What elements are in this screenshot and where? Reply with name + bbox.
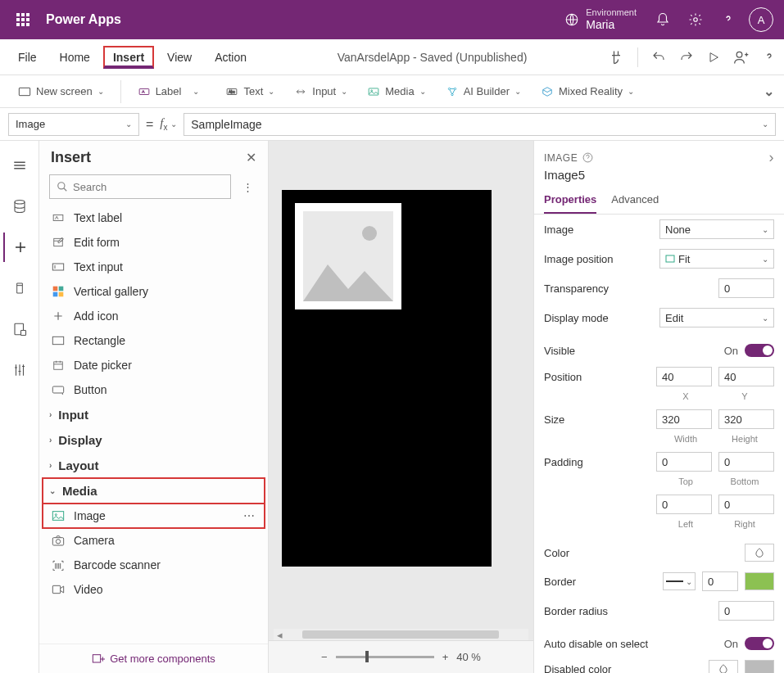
- equals-sign: =: [146, 117, 153, 132]
- prop-height-input[interactable]: 320: [718, 409, 774, 429]
- prop-border-color[interactable]: [745, 572, 774, 590]
- redo-icon[interactable]: [679, 50, 694, 65]
- svg-rect-22: [59, 292, 64, 297]
- zoom-slider[interactable]: [336, 656, 434, 658]
- settings-icon[interactable]: [679, 0, 712, 39]
- insert-more-icon[interactable]: ⋮: [238, 181, 258, 193]
- prop-borderradius-input[interactable]: 0: [718, 601, 774, 621]
- rail-tree-view-icon[interactable]: [3, 151, 36, 180]
- prop-color-picker[interactable]: [745, 544, 774, 562]
- prop-pad-left-input[interactable]: 0: [656, 495, 712, 514]
- prop-visible-toggle[interactable]: [745, 344, 774, 357]
- insert-group-media[interactable]: ⌄Media: [43, 478, 265, 504]
- prop-image-input[interactable]: None⌄: [659, 219, 774, 239]
- rail-data-icon[interactable]: [3, 192, 36, 221]
- image-control[interactable]: [295, 203, 401, 309]
- app-launcher-icon[interactable]: [7, 0, 39, 39]
- insert-add-icon[interactable]: Add icon: [43, 304, 265, 328]
- prop-pad-bottom-input[interactable]: 0: [718, 452, 774, 472]
- rail-media-icon[interactable]: [3, 273, 36, 303]
- prop-autodisable-label: Auto disable on select: [544, 638, 724, 650]
- menu-file[interactable]: File: [8, 46, 47, 69]
- insert-image[interactable]: Image⋯: [43, 504, 265, 528]
- insert-text-input[interactable]: Text input: [43, 255, 265, 279]
- menu-action[interactable]: Action: [205, 46, 256, 69]
- environment-picker[interactable]: Environment Maria: [564, 7, 637, 32]
- insert-date-picker[interactable]: Date picker: [43, 353, 265, 377]
- text-button[interactable]: Abc Text⌄: [217, 82, 283, 101]
- insert-search-input[interactable]: Search: [49, 174, 231, 199]
- properties-panel: IMAGE › Image5 Properties Advanced Image…: [533, 141, 784, 673]
- insert-camera[interactable]: Camera: [43, 528, 265, 553]
- new-screen-button[interactable]: New screen⌄: [10, 82, 112, 101]
- prop-displaymode-input[interactable]: Edit⌄: [659, 308, 774, 327]
- insert-text-label[interactable]: Text label: [43, 206, 265, 230]
- prop-disabledcolor-swatch[interactable]: [745, 660, 774, 673]
- info-icon[interactable]: [582, 152, 593, 163]
- rail-tools-icon[interactable]: [3, 355, 36, 385]
- undo-icon[interactable]: [651, 50, 666, 65]
- svg-point-12: [15, 201, 25, 205]
- help-menu-icon[interactable]: [763, 51, 776, 64]
- insert-edit-form[interactable]: Edit form: [43, 230, 265, 255]
- insert-group-layout[interactable]: ›Layout: [43, 453, 265, 478]
- prop-transparency-input[interactable]: 0: [718, 278, 774, 298]
- menu-home[interactable]: Home: [50, 46, 100, 69]
- share-icon[interactable]: [733, 49, 750, 65]
- input-button[interactable]: Input⌄: [286, 82, 356, 101]
- svg-text:Abc: Abc: [229, 90, 236, 94]
- control-name[interactable]: Image5: [534, 168, 784, 188]
- menu-bar: File Home Insert View Action VanArsdelAp…: [0, 39, 784, 75]
- insert-barcode[interactable]: Barcode scanner: [43, 553, 265, 577]
- ai-builder-button[interactable]: AI Builder⌄: [437, 82, 529, 101]
- prop-width-input[interactable]: 320: [656, 409, 712, 429]
- menu-insert[interactable]: Insert: [103, 46, 154, 69]
- tab-properties[interactable]: Properties: [544, 188, 596, 214]
- label-button[interactable]: Label: [129, 82, 190, 101]
- horizontal-scrollbar[interactable]: ◂: [274, 629, 528, 640]
- prop-border-width[interactable]: 0: [702, 571, 738, 591]
- svg-rect-33: [666, 255, 674, 262]
- insert-group-input[interactable]: ›Input: [43, 402, 265, 427]
- prop-pos-y-input[interactable]: 40: [718, 367, 774, 386]
- svg-rect-30: [52, 585, 60, 593]
- zoom-out-icon[interactable]: −: [321, 651, 328, 663]
- svg-rect-23: [52, 336, 63, 344]
- label-dropdown[interactable]: ⌄: [193, 87, 199, 96]
- canvas[interactable]: [269, 141, 533, 640]
- notifications-icon[interactable]: [646, 0, 679, 39]
- expand-icon[interactable]: ›: [769, 149, 775, 166]
- menu-view[interactable]: View: [157, 46, 202, 69]
- prop-transparency-label: Transparency: [544, 282, 712, 295]
- insert-vertical-gallery[interactable]: Vertical gallery: [43, 279, 265, 304]
- close-pane-icon[interactable]: ✕: [246, 150, 256, 165]
- prop-imgpos-input[interactable]: Fit⌄: [659, 249, 774, 269]
- ribbon-overflow[interactable]: ⌄: [764, 84, 774, 99]
- help-icon[interactable]: [712, 0, 745, 39]
- prop-autodisable-toggle[interactable]: [745, 637, 774, 650]
- property-selector[interactable]: Image⌄: [8, 113, 139, 136]
- rail-advanced-icon[interactable]: [3, 314, 36, 344]
- insert-button[interactable]: Button: [43, 377, 265, 402]
- app-screen[interactable]: [282, 190, 492, 567]
- mixed-reality-button[interactable]: Mixed Reality⌄: [532, 82, 642, 101]
- prop-pad-top-input[interactable]: 0: [656, 452, 712, 472]
- fx-icon[interactable]: fx ⌄: [160, 116, 177, 132]
- app-checker-icon[interactable]: [608, 49, 624, 65]
- insert-rectangle[interactable]: Rectangle: [43, 328, 265, 353]
- media-button[interactable]: Media⌄: [359, 82, 433, 101]
- play-icon[interactable]: [707, 51, 720, 64]
- formula-input[interactable]: SampleImage⌄: [184, 113, 776, 136]
- insert-video[interactable]: Video: [43, 577, 265, 602]
- account-avatar[interactable]: A: [745, 0, 777, 39]
- prop-pad-right-input[interactable]: 0: [718, 495, 774, 514]
- zoom-in-icon[interactable]: +: [442, 651, 449, 663]
- prop-border-style[interactable]: ⌄: [663, 572, 696, 590]
- rail-insert-icon[interactable]: [3, 233, 36, 262]
- prop-pos-x-input[interactable]: 40: [656, 367, 712, 386]
- get-more-components[interactable]: Get more components: [39, 644, 268, 673]
- prop-disabledcolor-picker[interactable]: [709, 660, 738, 673]
- tab-advanced[interactable]: Advanced: [611, 188, 659, 214]
- insert-group-display[interactable]: ›Display: [43, 427, 265, 453]
- prop-displaymode-label: Display mode: [544, 312, 653, 324]
